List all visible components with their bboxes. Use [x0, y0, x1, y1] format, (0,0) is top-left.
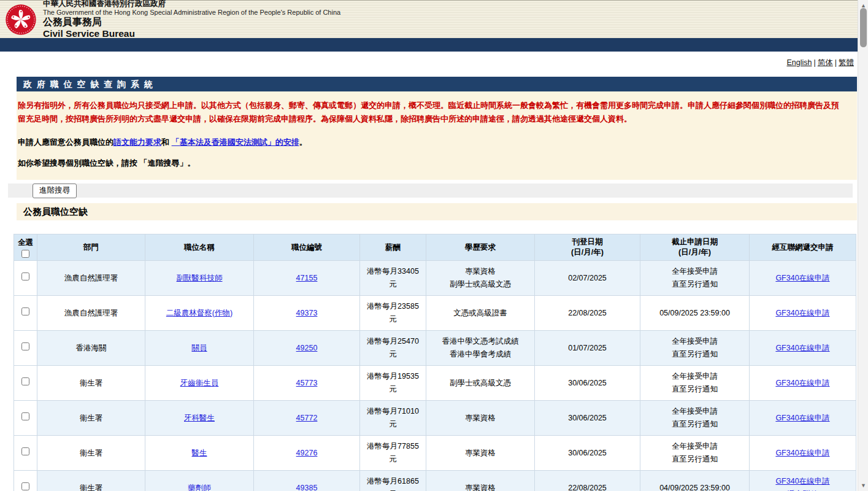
- apply-header: 經互聯網遞交申請: [750, 234, 856, 261]
- apply-link[interactable]: GF340在線申請: [775, 379, 829, 387]
- publish-date-label: 刊登日期: [536, 237, 639, 247]
- salary-cell: 港幣每月71010 元: [360, 401, 426, 436]
- department-cell: 衞生署: [37, 401, 145, 436]
- language-switcher: English|简体|繁體: [0, 52, 858, 68]
- ref-no-link[interactable]: 47155: [296, 274, 318, 282]
- apply-link-cell: GF340在線申請: [750, 331, 856, 366]
- apply-link[interactable]: GF340在線申請: [775, 309, 829, 317]
- job-title-header: 職位名稱: [145, 234, 254, 261]
- ref-no-link-cell: 49385: [254, 471, 360, 491]
- select-all-checkbox[interactable]: [21, 250, 29, 258]
- qualification-cell: 香港中學文憑考試成績香港中學會考成績: [426, 331, 535, 366]
- row-select-cell: [14, 366, 37, 401]
- deadline-cell: 05/09/2025 23:59:00: [640, 296, 750, 331]
- department-cell: 衞生署: [37, 471, 145, 491]
- qualification-cell: 專業資格: [426, 401, 535, 436]
- ref-no-link-cell: 49373: [254, 296, 360, 331]
- notice-suffix: 。: [299, 137, 307, 147]
- publish-date-cell: 30/06/2025: [535, 436, 640, 471]
- lang-link-traditional[interactable]: 繁體: [839, 58, 854, 67]
- row-checkbox[interactable]: [21, 377, 29, 385]
- ref-no-link[interactable]: 45773: [296, 379, 318, 387]
- apply-link[interactable]: GF340在線申請: [775, 477, 829, 485]
- date-format-label: (日/月/年): [642, 247, 748, 258]
- job-title-link[interactable]: 醫生: [192, 449, 207, 457]
- table-row: 漁農自然護理署副獸醫科技師47155港幣每月33405 元專業資格副學士或高級文…: [14, 261, 856, 296]
- publish-date-cell: 30/06/2025: [535, 401, 640, 436]
- ref-no-link[interactable]: 49385: [296, 484, 318, 491]
- department-cell: 漁農自然護理署: [37, 261, 145, 296]
- salary-cell: 港幣每月19535 元: [360, 366, 426, 401]
- advanced-search-hint: 如你希望搜尋個別職位空缺，請按 「進階搜尋」。: [18, 157, 839, 170]
- job-title-link[interactable]: 牙齒衞生員: [180, 379, 219, 387]
- deadline-label: 截止申請日期: [642, 237, 748, 247]
- row-select-cell: [14, 436, 37, 471]
- job-title-link[interactable]: 藥劑師: [188, 484, 211, 491]
- ref-no-link[interactable]: 49250: [296, 344, 318, 352]
- job-title-link[interactable]: 副獸醫科技師: [177, 274, 223, 282]
- vacancy-table-wrap: 全選 部門 職位名稱 職位編號 薪酬 學歷要求 刊登日期 (日/月/年): [13, 234, 858, 491]
- table-row: 衞生署牙科醫生45772港幣每月71010 元專業資格30/06/2025全年接…: [14, 401, 856, 436]
- job-title-link[interactable]: 關員: [192, 344, 207, 352]
- hksar-emblem-icon: [5, 4, 37, 36]
- row-checkbox[interactable]: [21, 482, 29, 490]
- row-checkbox[interactable]: [21, 273, 29, 280]
- row-checkbox[interactable]: [21, 342, 29, 350]
- select-all-header: 全選: [14, 234, 37, 261]
- salary-cell: 港幣每月77855 元: [360, 436, 426, 471]
- table-row: 香港海關關員49250港幣每月25470 元香港中學文憑考試成績香港中學會考成績…: [14, 331, 856, 366]
- ref-no-header: 職位編號: [254, 234, 360, 261]
- job-title-link-cell: 牙科醫生: [145, 401, 254, 436]
- apply-link-cell: GF340在線申請: [750, 296, 856, 331]
- ref-no-link[interactable]: 49373: [296, 309, 318, 317]
- notice-box: 除另有指明外，所有公務員職位均只接受網上申請。以其他方式（包括親身、郵寄、傳真或…: [17, 91, 857, 180]
- date-format-label: (日/月/年): [536, 247, 639, 258]
- qualification-cell: 專業資格副學士或高級文憑: [426, 261, 535, 296]
- deadline-cell: 全年接受申請直至另行通知: [640, 366, 750, 401]
- lang-separator: |: [835, 58, 837, 67]
- ref-no-link-cell: 45772: [254, 401, 360, 436]
- notice-prefix: 申請人應留意公務員職位的: [18, 137, 113, 147]
- department-cell: 香港海關: [37, 331, 145, 366]
- row-checkbox[interactable]: [21, 447, 29, 455]
- job-title-link[interactable]: 二級農林督察(作物): [166, 309, 232, 317]
- job-title-link-cell: 牙齒衞生員: [145, 366, 254, 401]
- select-all-label: 全選: [15, 238, 36, 248]
- job-title-link[interactable]: 牙科醫生: [184, 414, 215, 422]
- apply-link-cell: GF340在線申請: [750, 261, 856, 296]
- deadline-cell: 全年接受申請直至另行通知: [640, 401, 750, 436]
- lang-link-simplified[interactable]: 简体: [818, 58, 833, 67]
- row-checkbox[interactable]: [21, 307, 29, 315]
- table-row: 衞生署牙齒衞生員45773港幣每月19535 元副學士或高級文憑30/06/20…: [14, 366, 856, 401]
- lang-link-english[interactable]: English: [787, 58, 812, 67]
- ref-no-link[interactable]: 45772: [296, 414, 318, 422]
- row-checkbox[interactable]: [21, 412, 29, 420]
- row-select-cell: [14, 401, 37, 436]
- requirements-notice: 申請人應留意公務員職位的語文能力要求和 「基本法及香港國安法測試」的安排。: [18, 136, 839, 149]
- deadline-cell: 全年接受申請直至另行通知: [640, 261, 750, 296]
- apply-link-cell: GF340在線申請: [750, 436, 856, 471]
- row-select-cell: [14, 331, 37, 366]
- bureau-name-en: Civil Service Bureau: [43, 28, 340, 39]
- apply-link-cell: GF340在線申請遞交附件: [750, 471, 856, 491]
- apply-link[interactable]: GF340在線申請: [775, 449, 829, 457]
- ref-no-link-cell: 45773: [254, 366, 360, 401]
- apply-link[interactable]: GF340在線申請: [775, 274, 829, 282]
- qualification-cell: 副學士或高級文憑: [426, 366, 535, 401]
- salary-cell: 港幣每月25470 元: [360, 331, 426, 366]
- scrollbar-thumb[interactable]: [860, 8, 867, 47]
- job-title-link-cell: 關員: [145, 331, 254, 366]
- publish-date-cell: 22/08/2025: [535, 296, 640, 331]
- deadline-cell: 全年接受申請直至另行通知: [640, 436, 750, 471]
- page-scrollbar[interactable]: ▲ ▼: [858, 0, 868, 491]
- apply-link[interactable]: GF340在線申請: [775, 414, 829, 422]
- language-requirement-link[interactable]: 語文能力要求: [113, 137, 161, 147]
- apply-link[interactable]: GF340在線申請: [775, 344, 829, 352]
- advanced-search-button[interactable]: 進階搜尋: [33, 184, 77, 198]
- table-row: 衞生署藥劑師49385港幣每月61865 元專業資格22/08/202504/0…: [14, 471, 856, 491]
- basic-law-test-link[interactable]: 「基本法及香港國安法測試」的安排: [172, 137, 299, 147]
- scroll-down-icon[interactable]: ▼: [858, 481, 868, 490]
- notice-mid: 和: [161, 137, 172, 147]
- ref-no-link[interactable]: 49276: [296, 449, 318, 457]
- deadline-cell: 全年接受申請直至另行通知: [640, 331, 750, 366]
